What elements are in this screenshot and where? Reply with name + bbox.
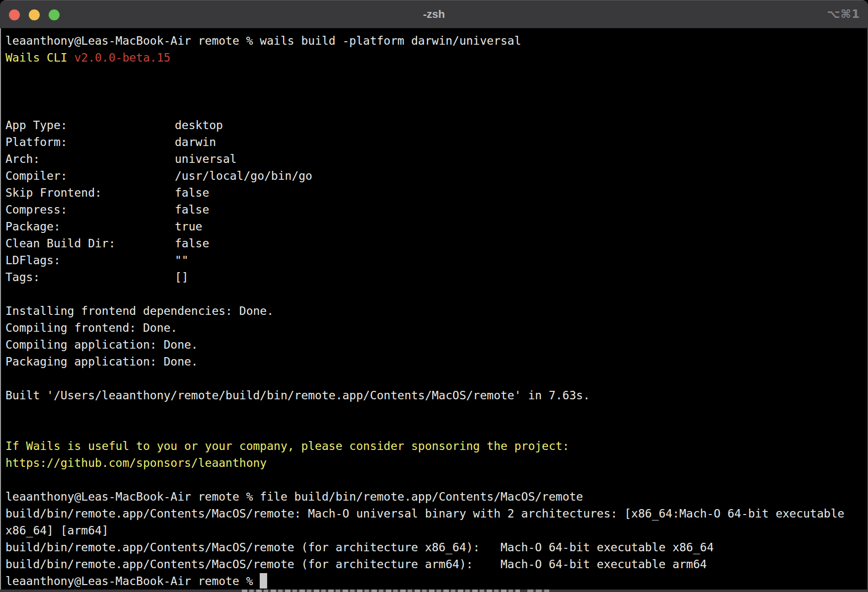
terminal-screen[interactable]: leaanthony@Leas-MacBook-Air remote % wai… (0, 28, 868, 590)
config-row: Arch:universal (5, 150, 863, 167)
config-label: Compress: (5, 201, 175, 218)
blank-line (5, 421, 863, 438)
config-value: [] (175, 271, 189, 284)
file-output-line: build/bin/remote.app/Contents/MacOS/remo… (5, 505, 863, 522)
config-label: Package: (5, 218, 175, 235)
shell-prompt: leaanthony@Leas-MacBook-Air remote % (5, 575, 260, 588)
shell-prompt: leaanthony@Leas-MacBook-Air remote % (5, 490, 260, 503)
config-value: "" (175, 254, 189, 267)
config-label: Skip Frontend: (5, 184, 175, 201)
config-row: Tags:[] (5, 269, 863, 286)
config-label: Clean Build Dir: (5, 235, 175, 252)
tab-shortcut-label: ⌥⌘1 (827, 0, 860, 28)
config-row: Platform:darwin (5, 134, 863, 150)
config-row: Compiler:/usr/local/go/bin/go (5, 167, 863, 184)
shell-prompt: leaanthony@Leas-MacBook-Air remote % (5, 34, 260, 47)
sponsor-message-line: If Wails is useful to you or your compan… (5, 438, 863, 454)
prompt-line-2: leaanthony@Leas-MacBook-Air remote % fil… (5, 488, 863, 505)
file-output-line: x86_64] [arm64] (5, 522, 863, 539)
blank-line (5, 404, 863, 421)
config-row: Compress:false (5, 201, 863, 218)
window-title: -zsh (0, 0, 868, 28)
cropped-text-fragment (242, 590, 520, 592)
config-row: Skip Frontend:false (5, 184, 863, 201)
config-value: universal (175, 152, 237, 165)
config-value: false (175, 186, 209, 199)
prompt-line-1: leaanthony@Leas-MacBook-Air remote % wai… (5, 32, 863, 49)
cli-version: v2.0.0-beta.15 (74, 51, 170, 64)
titlebar[interactable]: -zsh ⌥⌘1 (0, 0, 868, 28)
blank-line (5, 66, 863, 83)
config-label: Platform: (5, 134, 175, 150)
config-label: App Type: (5, 117, 175, 134)
config-value: darwin (175, 136, 216, 148)
config-row: Package:true (5, 218, 863, 235)
blank-line (5, 471, 863, 488)
command-text: file build/bin/remote.app/Contents/MacOS… (260, 490, 583, 503)
progress-line: Installing frontend dependencies: Done. (5, 302, 863, 319)
config-value: /usr/local/go/bin/go (175, 169, 312, 182)
file-output-line: build/bin/remote.app/Contents/MacOS/remo… (5, 539, 863, 556)
progress-line: Packaging application: Done. (5, 353, 863, 370)
config-value: false (175, 203, 209, 216)
terminal-window: -zsh ⌥⌘1 leaanthony@Leas-MacBook-Air rem… (0, 0, 868, 592)
config-label: LDFlags: (5, 252, 175, 269)
progress-line: Compiling frontend: Done. (5, 319, 863, 336)
file-output-line: build/bin/remote.app/Contents/MacOS/remo… (5, 556, 863, 573)
progress-line: Compiling application: Done. (5, 336, 863, 353)
config-label: Arch: (5, 150, 175, 167)
config-label: Compiler: (5, 167, 175, 184)
terminal-cursor (260, 573, 267, 589)
blank-line (5, 100, 863, 117)
config-row: LDFlags:"" (5, 252, 863, 269)
blank-line (5, 83, 863, 100)
banner-line: Wails CLI v2.0.0-beta.15 (5, 49, 863, 66)
cropped-text-fragment (527, 590, 549, 592)
blank-line (5, 286, 863, 302)
config-row: Clean Build Dir:false (5, 235, 863, 252)
built-line: Built '/Users/leaanthony/remote/build/bi… (5, 387, 863, 404)
cli-name: Wails CLI (5, 51, 74, 64)
config-value: false (175, 237, 209, 250)
prompt-line-3: leaanthony@Leas-MacBook-Air remote % (5, 573, 863, 590)
command-text: wails build -platform darwin/universal (260, 34, 521, 47)
config-value: desktop (175, 119, 223, 132)
config-row: App Type:desktop (5, 117, 863, 134)
blank-line (5, 370, 863, 387)
config-label: Tags: (5, 269, 175, 286)
sponsor-url-line: https://github.com/sponsors/leaanthony (5, 454, 863, 471)
config-value: true (175, 220, 202, 233)
